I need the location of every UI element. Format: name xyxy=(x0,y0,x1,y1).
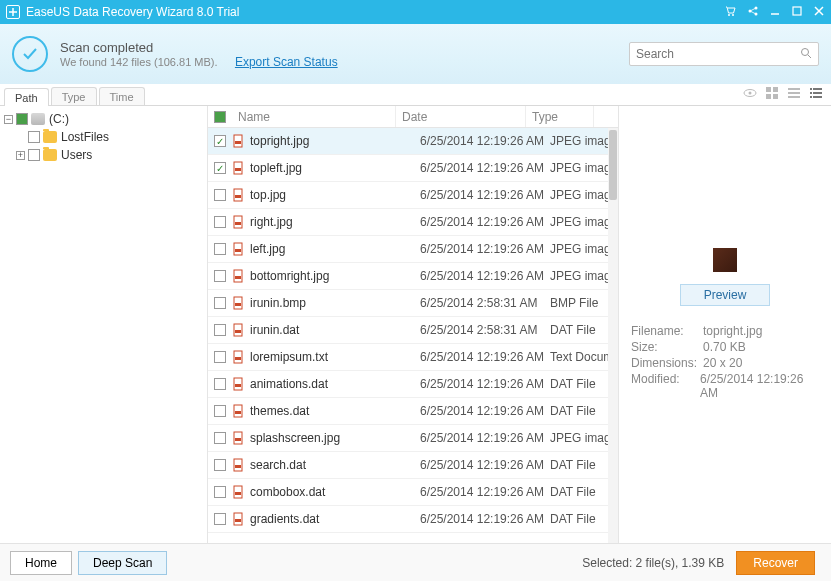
meta-value-size: 0.70 KB xyxy=(703,340,746,354)
svg-rect-11 xyxy=(766,94,771,99)
file-row[interactable]: splashscreen.jpg6/25/2014 12:19:26 AMJPE… xyxy=(208,425,618,452)
file-checkbox[interactable] xyxy=(214,324,226,336)
svg-rect-31 xyxy=(235,249,241,252)
tree-users[interactable]: + Users xyxy=(0,146,207,164)
file-checkbox[interactable] xyxy=(214,459,226,471)
list-view-icon[interactable] xyxy=(787,86,801,103)
file-row[interactable]: left.jpg6/25/2014 12:19:26 AMJPEG imag xyxy=(208,236,618,263)
meta-label-modified: Modified: xyxy=(631,372,700,400)
tab-path[interactable]: Path xyxy=(4,88,49,106)
svg-rect-33 xyxy=(235,276,241,279)
file-checkbox[interactable] xyxy=(214,297,226,309)
file-row[interactable]: irunin.bmp6/25/2014 2:58:31 AMBMP File xyxy=(208,290,618,317)
meta-value-modified: 6/25/2014 12:19:26 AM xyxy=(700,372,819,400)
file-row[interactable]: topleft.jpg6/25/2014 12:19:26 AMJPEG ima… xyxy=(208,155,618,182)
svg-rect-35 xyxy=(235,303,241,306)
svg-rect-17 xyxy=(813,88,822,90)
file-row[interactable]: gradients.dat6/25/2014 12:19:26 AMDAT Fi… xyxy=(208,506,618,533)
file-checkbox[interactable] xyxy=(214,243,226,255)
maximize-icon[interactable] xyxy=(791,5,803,20)
file-row[interactable]: topright.jpg6/25/2014 12:19:26 AMJPEG im… xyxy=(208,128,618,155)
file-checkbox[interactable] xyxy=(214,135,226,147)
share-icon[interactable] xyxy=(747,5,759,20)
file-icon xyxy=(232,161,246,175)
svg-rect-25 xyxy=(235,168,241,171)
file-row[interactable]: irunin.dat6/25/2014 2:58:31 AMDAT File xyxy=(208,317,618,344)
file-checkbox[interactable] xyxy=(214,351,226,363)
svg-rect-18 xyxy=(810,92,812,94)
file-name: splashscreen.jpg xyxy=(250,431,340,445)
file-row[interactable]: animations.dat6/25/2014 12:19:26 AMDAT F… xyxy=(208,371,618,398)
svg-point-2 xyxy=(749,9,752,12)
scrollbar-thumb[interactable] xyxy=(609,130,617,200)
detail-view-icon[interactable] xyxy=(809,86,823,103)
file-row[interactable]: right.jpg6/25/2014 12:19:26 AMJPEG imag xyxy=(208,209,618,236)
search-input[interactable] xyxy=(636,47,800,61)
tab-time[interactable]: Time xyxy=(99,87,145,105)
home-button[interactable]: Home xyxy=(10,551,72,575)
file-checkbox[interactable] xyxy=(214,405,226,417)
file-checkbox[interactable] xyxy=(214,513,226,525)
file-date: 6/25/2014 2:58:31 AM xyxy=(420,323,550,337)
recover-button[interactable]: Recover xyxy=(736,551,815,575)
file-date: 6/25/2014 12:19:26 AM xyxy=(420,215,550,229)
svg-rect-43 xyxy=(235,411,241,414)
export-scan-link[interactable]: Export Scan Status xyxy=(235,55,338,69)
file-icon xyxy=(232,350,246,364)
file-checkbox[interactable] xyxy=(214,216,226,228)
column-header: Name Date Type xyxy=(208,106,618,128)
file-name: loremipsum.txt xyxy=(250,350,328,364)
svg-rect-14 xyxy=(788,92,800,94)
minimize-icon[interactable] xyxy=(769,5,781,20)
file-row[interactable]: combobox.dat6/25/2014 12:19:26 AMDAT Fil… xyxy=(208,479,618,506)
cart-icon[interactable] xyxy=(725,5,737,20)
file-checkbox[interactable] xyxy=(214,378,226,390)
file-date: 6/25/2014 12:19:26 AM xyxy=(420,377,550,391)
file-icon xyxy=(232,323,246,337)
file-checkbox[interactable] xyxy=(214,189,226,201)
svg-point-8 xyxy=(749,92,752,95)
tree-lostfiles[interactable]: LostFiles xyxy=(0,128,207,146)
file-name: right.jpg xyxy=(250,215,293,229)
file-checkbox[interactable] xyxy=(214,162,226,174)
search-box[interactable] xyxy=(629,42,819,66)
file-metadata: Filename:topright.jpg Size:0.70 KB Dimen… xyxy=(631,324,819,402)
app-icon xyxy=(6,5,20,19)
file-icon xyxy=(232,458,246,472)
file-name: bottomright.jpg xyxy=(250,269,329,283)
meta-label-dimensions: Dimensions: xyxy=(631,356,703,370)
svg-point-3 xyxy=(755,6,758,9)
svg-rect-27 xyxy=(235,195,241,198)
file-row[interactable]: search.dat6/25/2014 12:19:26 AMDAT File xyxy=(208,452,618,479)
folder-icon xyxy=(43,131,57,143)
file-checkbox[interactable] xyxy=(214,270,226,282)
svg-rect-49 xyxy=(235,492,241,495)
grid-view-icon[interactable] xyxy=(765,86,779,103)
close-icon[interactable] xyxy=(813,5,825,20)
file-icon xyxy=(232,188,246,202)
eye-icon[interactable] xyxy=(743,86,757,103)
file-checkbox[interactable] xyxy=(214,486,226,498)
search-icon[interactable] xyxy=(800,47,812,62)
file-row[interactable]: themes.dat6/25/2014 12:19:26 AMDAT File xyxy=(208,398,618,425)
select-all-checkbox[interactable] xyxy=(214,111,226,123)
file-name: topleft.jpg xyxy=(250,161,302,175)
col-name[interactable]: Name xyxy=(232,106,396,127)
deep-scan-button[interactable]: Deep Scan xyxy=(78,551,167,575)
file-row[interactable]: bottomright.jpg6/25/2014 12:19:26 AMJPEG… xyxy=(208,263,618,290)
svg-rect-45 xyxy=(235,438,241,441)
footer: Home Deep Scan Selected: 2 file(s), 1.39… xyxy=(0,543,831,581)
svg-rect-29 xyxy=(235,222,241,225)
col-date[interactable]: Date xyxy=(396,106,526,127)
col-type[interactable]: Type xyxy=(526,106,594,127)
scan-summary-text: We found 142 files (106.81 MB). xyxy=(60,56,218,68)
tree-root[interactable]: − (C:) xyxy=(0,110,207,128)
tab-type[interactable]: Type xyxy=(51,87,97,105)
file-row[interactable]: loremipsum.txt6/25/2014 12:19:26 AMText … xyxy=(208,344,618,371)
file-name: topright.jpg xyxy=(250,134,309,148)
preview-button[interactable]: Preview xyxy=(680,284,770,306)
file-checkbox[interactable] xyxy=(214,432,226,444)
file-row[interactable]: top.jpg6/25/2014 12:19:26 AMJPEG imag xyxy=(208,182,618,209)
scrollbar[interactable] xyxy=(608,128,618,543)
svg-point-1 xyxy=(732,14,734,16)
